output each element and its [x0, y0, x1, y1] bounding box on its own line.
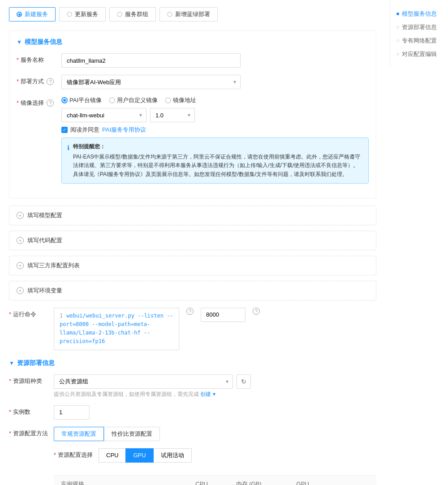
agreement-link[interactable]: PAI服务专用协议: [102, 126, 146, 134]
code-config-row: + 填写代码配置: [17, 236, 369, 245]
gpu-button[interactable]: GPU: [125, 448, 153, 463]
resource-header: ▼ 资源部署信息: [9, 359, 376, 367]
tab-radio-group: [117, 12, 122, 17]
right-nav: 模型服务信息 资源部署信息 专有网络配置 对应配置编辑: [390, 0, 448, 68]
run-command-textarea[interactable]: 1webui/webui_server.py --listen --port=8…: [54, 308, 179, 350]
tab-radio-new: [17, 12, 22, 17]
resource-group-help: 提供公共资源组及专属资源组，如使用专属资源组，需先完成 创建 ▾: [54, 391, 376, 398]
nav-resource-info[interactable]: 资源部署信息: [395, 21, 444, 34]
radio-pai[interactable]: PAI平台镜像: [61, 96, 102, 104]
resource-group-row: 资源组种类 公共资源组 ↻ 提供公共资源组及专属资源组，如使用专属资源组，需先完…: [9, 374, 376, 398]
resource-collapse-icon[interactable]: ▼: [9, 360, 14, 366]
instance-count-row: 实例数: [9, 405, 376, 420]
instance-count-input[interactable]: [54, 405, 90, 420]
env-vars-label: 填写环境变量: [27, 287, 62, 295]
agreement-row: 阅读并同意 PAI服务专用协议: [61, 126, 369, 134]
nav-model-info-label: 模型服务信息: [402, 10, 437, 18]
nav-circle-config: [396, 53, 399, 56]
config-tab-cost[interactable]: 性价比资源配置: [104, 427, 160, 441]
tab-blue-green[interactable]: 新增蓝绿部署: [159, 7, 218, 21]
cpu-button[interactable]: CPU: [99, 448, 126, 463]
tab-update-service[interactable]: 更新服务: [59, 7, 106, 21]
env-vars-section[interactable]: + 填写环境变量: [9, 281, 376, 300]
nav-model-info[interactable]: 模型服务信息: [395, 7, 444, 21]
port-input[interactable]: [201, 308, 246, 322]
collapse-icon[interactable]: ▼: [17, 39, 22, 45]
model-info-section: ▼ 模型服务信息 服务名称 部署方式 ? 镜像部署A: [9, 30, 376, 198]
port-help-icon[interactable]: ?: [253, 308, 260, 315]
image-name-select[interactable]: chat-llm-webui: [61, 108, 146, 122]
third-party-label: 填写三方库配置列表: [27, 262, 80, 270]
code-config-label: 填写代码配置: [27, 236, 62, 245]
notice-text: PAI-EAS中展示模型/数据集/文件均来源于第三方，阿里云不保证合规性，请您在…: [73, 153, 363, 179]
nav-config-edit[interactable]: 对应配置编辑: [395, 47, 444, 61]
notice-title: 特别提醒您：: [73, 142, 363, 151]
tab-new-service[interactable]: 新建服务: [9, 7, 56, 21]
resource-select-wrapper: 公共资源组: [54, 374, 233, 389]
radio-custom-label: 用户自定义镜像: [117, 96, 158, 104]
create-link[interactable]: 创建: [200, 391, 211, 397]
trial-button[interactable]: 试用活动: [153, 448, 192, 463]
command-row: 1webui/webui_server.py --listen --port=8…: [54, 308, 376, 350]
image-select-dropdowns: chat-llm-webui 1.0: [61, 108, 369, 122]
tab-blue-green-label: 新增蓝绿部署: [175, 10, 210, 18]
notice-box: ℹ 特别提醒您： PAI-EAS中展示模型/数据集/文件均来源于第三方，阿里云不…: [61, 137, 369, 184]
third-party-section[interactable]: + 填写三方库配置列表: [9, 256, 376, 275]
config-tab-normal[interactable]: 常规资源配置: [54, 427, 104, 441]
resource-config-method-label: 资源配置方法: [9, 427, 54, 438]
model-info-title: 模型服务信息: [25, 38, 62, 46]
command-help-icon[interactable]: ?: [186, 308, 194, 315]
radio-custom[interactable]: 用户自定义镜像: [109, 96, 158, 104]
service-name-label: 服务名称: [17, 53, 61, 64]
resource-group-inputs: 公共资源组 ↻: [54, 374, 376, 389]
service-name-input[interactable]: [61, 53, 241, 68]
info-icon: ℹ: [67, 143, 69, 179]
resource-group-select[interactable]: 公共资源组: [54, 374, 233, 389]
resource-config-method-row: 资源配置方法 常规资源配置 性价比资源配置 资源配置选择: [9, 427, 376, 485]
image-version-wrapper: 1.0: [150, 108, 195, 122]
model-config-section[interactable]: + 填写模型配置: [9, 206, 376, 225]
dropdown-link[interactable]: ▾: [213, 391, 215, 397]
command-text: webui/webui_server.py --listen --port=80…: [60, 313, 173, 345]
nav-resource-info-label: 资源部署信息: [402, 23, 437, 31]
plus-icon-model: +: [17, 212, 24, 219]
env-vars-row: + 填写环境变量: [17, 287, 369, 295]
config-tabs: 常规资源配置 性价比资源配置: [54, 427, 376, 441]
model-info-header: ▼ 模型服务信息: [17, 38, 369, 46]
resource-config-select-row: 资源配置选择 CPU GPU 试用活动: [54, 448, 376, 470]
image-select-content: PAI平台镜像 用户自定义镜像 镜像地址: [61, 96, 369, 184]
image-type-radio-group: PAI平台镜像 用户自定义镜像 镜像地址: [61, 96, 369, 104]
instance-count-label: 实例数: [9, 405, 54, 416]
nav-circle-resource: [396, 26, 399, 29]
nav-network-config[interactable]: 专有网络配置: [395, 34, 444, 47]
run-command-label: 运行命令: [9, 308, 54, 318]
agreement-label: 阅读并同意: [70, 126, 99, 134]
tab-service-group[interactable]: 服务群组: [109, 7, 156, 21]
resource-title: 资源部署信息: [17, 359, 55, 367]
col-memory: 内存 (GB): [229, 475, 289, 485]
instance-count-content: [54, 405, 376, 420]
run-command-content: 1webui/webui_server.py --listen --port=8…: [54, 308, 376, 350]
model-config-label: 填写模型配置: [27, 211, 62, 219]
deploy-method-select[interactable]: 镜像部署AI-Web应用: [61, 75, 241, 89]
radio-address[interactable]: 镜像地址: [165, 96, 196, 104]
image-select-help-icon[interactable]: ?: [47, 99, 54, 107]
run-command-row: 运行命令 1webui/webui_server.py --listen --p…: [9, 308, 376, 350]
plus-icon-third: +: [17, 262, 24, 269]
resource-config-select-label: 资源配置选择: [54, 448, 99, 459]
image-select-label: 镜像选择 ?: [17, 96, 61, 107]
tab-radio-blue: [167, 12, 172, 17]
instance-table-head: 实例规格 CPU 内存 (GB) GPU: [54, 475, 376, 485]
agreement-checkbox[interactable]: [61, 127, 68, 133]
deploy-method-help-icon[interactable]: ?: [47, 78, 54, 85]
service-name-content: [61, 53, 369, 68]
top-tabs: 新建服务 更新服务 服务群组 新增蓝绿部署: [9, 7, 376, 21]
tab-update-service-label: 更新服务: [75, 10, 98, 18]
resource-group-content: 公共资源组 ↻ 提供公共资源组及专属资源组，如使用专属资源组，需先完成 创建 ▾: [54, 374, 376, 398]
radio-custom-dot: [109, 97, 115, 103]
refresh-button[interactable]: ↻: [237, 374, 251, 389]
code-config-section[interactable]: + 填写代码配置: [9, 231, 376, 250]
image-version-select[interactable]: 1.0: [150, 108, 195, 122]
deploy-method-label: 部署方式 ?: [17, 75, 61, 86]
tab-radio-update: [67, 12, 72, 17]
